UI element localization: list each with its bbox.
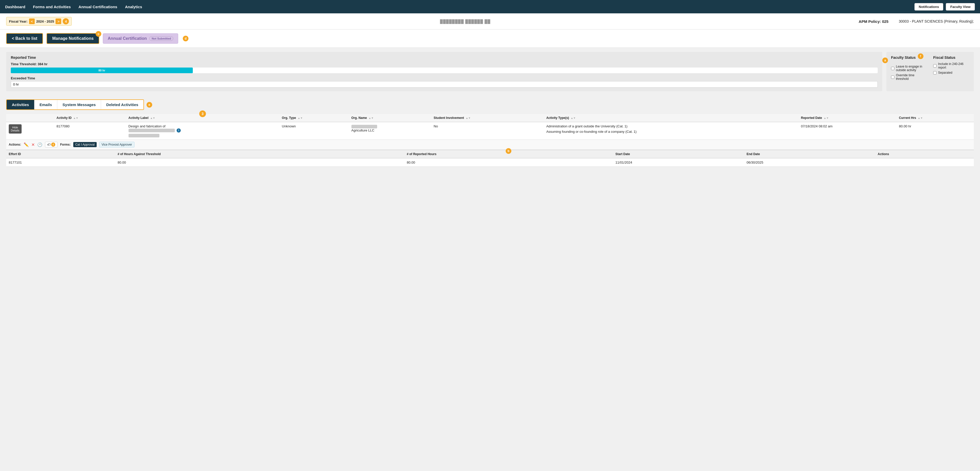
nav-annual-certs[interactable]: Annual Certifications [78, 0, 117, 13]
fiscal-year-badge-4: 4 [63, 18, 69, 24]
badge-b: b [506, 148, 511, 154]
col-effort-id: Effort ID [6, 150, 115, 159]
table-header-row: Activity ID ▲▼ Activity Label ▲▼ 3 Org. … [6, 114, 974, 122]
reported-time-panel: Reported Time Time Threshold: 384 hr a 8… [6, 52, 882, 91]
table-section: Activity ID ▲▼ Activity Label ▲▼ 3 Org. … [0, 114, 980, 173]
nav-analytics[interactable]: Analytics [125, 0, 142, 13]
faculty-status-checkbox-1: Leave to engage in outside activity [891, 65, 927, 72]
end-date-cell: 06/30/2025 [744, 158, 875, 167]
effort-header-row: Effort ID # of Hours Against Threshold #… [6, 150, 974, 159]
effort-table: Effort ID # of Hours Against Threshold #… [6, 150, 974, 167]
tab-system-messages[interactable]: System Messages [57, 100, 101, 109]
effort-id-cell: 8177101 [6, 158, 115, 167]
faculty-view-button[interactable]: Faculty View [946, 3, 975, 11]
forms-label: Forms: [60, 143, 71, 146]
delete-icon[interactable]: ✕ [31, 142, 35, 147]
col-activity-label: Activity Label ▲▼ 3 [126, 114, 280, 122]
history-icon[interactable]: 🕐 [37, 142, 43, 147]
sort-icon-activity-id[interactable]: ▲▼ [73, 117, 78, 119]
annual-cert-label: Annual Certification [108, 36, 147, 41]
nav-links: Dashboard Forms and Activities Annual Ce… [5, 0, 915, 13]
col-student-involvement: Student Involvement ▲▼ [431, 114, 544, 122]
sort-icon-current-hrs[interactable]: ▲▼ [918, 117, 923, 119]
leave-engage-checkbox[interactable] [891, 67, 894, 70]
exceeded-time-section: Exceeded Time [11, 76, 878, 87]
sort-icon-org-name[interactable]: ▲▼ [369, 117, 374, 119]
activity-types-cell: Administration of a grant outside the Un… [544, 122, 799, 140]
actions-label: Actions: [9, 143, 21, 146]
sort-icon-activity-label[interactable]: ▲▼ [150, 117, 155, 119]
col-end-date: End Date [744, 150, 875, 159]
tab-emails[interactable]: Emails [35, 100, 57, 109]
badge-f: f [918, 54, 923, 59]
faculty-status-checkbox-2: Override time threshold [891, 73, 927, 81]
activity-id-cell: 8177080 [54, 122, 126, 140]
fiscal-status-checkbox-2: Separated [933, 71, 969, 75]
col-activity-id: Activity ID ▲▼ [54, 114, 126, 122]
nav-forms-activities[interactable]: Forms and Activities [33, 0, 71, 13]
activity-label-line1: Design and fabrication of [129, 124, 277, 128]
activities-table: Activity ID ▲▼ Activity Label ▲▼ 3 Org. … [6, 114, 974, 150]
badge-e: e [146, 102, 152, 108]
col-current-hrs: Current Hrs ▲▼ [896, 114, 974, 122]
col-reported-hours: # of Reported Hours b [404, 150, 613, 159]
fiscal-year-next-button[interactable]: > [56, 19, 61, 24]
tab-activities[interactable]: Activities [7, 100, 35, 109]
fiscal-year-control: Fiscal Year: < 2024 - 2025 > 4 [6, 17, 72, 26]
info-icon[interactable]: i [177, 128, 181, 133]
manage-notifications-button[interactable]: Manage Notifications c [46, 33, 99, 44]
exceeded-time-input[interactable] [11, 81, 878, 87]
fiscal-status-checkbox-1: Include in 240-246 report [933, 62, 969, 69]
fiscal-status-title: Fiscal Status [933, 56, 969, 60]
tab-deleted-activities[interactable]: Deleted Activities [101, 100, 143, 109]
reported-date-cell: 07/18/2024 08:02 am [799, 122, 896, 140]
fiscal-status-col: Fiscal Status Include in 240-246 report … [933, 56, 969, 87]
form-approver-badge[interactable]: Vice Provost Approver [99, 142, 134, 147]
col-org-name: Org. Name ▲▼ [349, 114, 431, 122]
edit-icon[interactable]: ✏️ [24, 142, 29, 147]
faculty-status-panel: Faculty Status f Leave to engage in outs… [886, 52, 974, 91]
notifications-button[interactable]: Notifications [915, 3, 943, 11]
tag-button[interactable]: 🏷 4 [45, 142, 57, 147]
progress-bar-fill: 80 hr [11, 68, 193, 73]
hide-details-button[interactable]: HideDetails [9, 124, 22, 133]
badge-3: 3 [199, 110, 206, 117]
override-threshold-checkbox[interactable] [891, 76, 894, 79]
col-org-type: Org. Type ▲▼ [279, 114, 348, 122]
org-type-cell: Unknown [279, 122, 348, 140]
nav-bar: Dashboard Forms and Activities Annual Ce… [0, 0, 980, 13]
activity-label-blurred-2 [129, 134, 159, 137]
separated-checkbox[interactable] [933, 71, 937, 75]
col-start-date: Start Date [613, 150, 744, 159]
annual-certification-button[interactable]: Annual Certification Not Submitted [103, 33, 178, 44]
sort-icon-org-type[interactable]: ▲▼ [298, 117, 303, 119]
sort-icon-student-involvement[interactable]: ▲▼ [466, 117, 471, 119]
col-hide [6, 114, 54, 122]
tabs-container: Activities Emails System Messages Delete… [6, 99, 144, 110]
col-actions: Actions [875, 150, 974, 159]
student-involvement-cell: No [431, 122, 544, 140]
header-row: Fiscal Year: < 2024 - 2025 > 4 ████████ … [0, 13, 980, 30]
col-reported-date: Reported Date ▲▼ [799, 114, 896, 122]
fiscal-year-label: Fiscal Year: [9, 19, 27, 23]
activity-type-1: Administration of a grant outside the Un… [546, 124, 796, 128]
nav-dashboard[interactable]: Dashboard [5, 0, 25, 13]
sort-icon-reported-date[interactable]: ▲▼ [824, 117, 829, 119]
actions-row-inner: Actions: ✏️ ✕ 🕐 🏷 4 Forms: Cat I Approva… [6, 140, 974, 150]
back-to-list-button[interactable]: < Back to list [6, 33, 43, 44]
org-name-line2: Agriculture LLC [352, 128, 428, 132]
time-threshold-label: Time Threshold: 384 hr a [11, 62, 878, 66]
department-info: 30003 - PLANT SCIENCES (Primary, Routing… [899, 19, 974, 23]
apm-policy: APM Policy: 025 [859, 19, 888, 24]
org-name-blurred [352, 125, 377, 128]
form-cat-badge[interactable]: Cat I Approval [73, 142, 97, 147]
fiscal-year-prev-button[interactable]: < [29, 19, 35, 24]
sort-icon-activity-types[interactable]: ▲▼ [571, 117, 576, 119]
include-240-checkbox[interactable] [933, 64, 937, 68]
reported-time-title: Reported Time [11, 56, 878, 60]
badge-a: a [882, 57, 888, 63]
start-date-cell: 11/01/2024 [613, 158, 744, 167]
col-activity-types: Activity Type(s) ▲▼ [544, 114, 799, 122]
effort-row: 8177101 80.00 80.00 11/01/2024 06/30/202… [6, 158, 974, 167]
current-hrs-cell: 80.00 hr [896, 122, 974, 140]
